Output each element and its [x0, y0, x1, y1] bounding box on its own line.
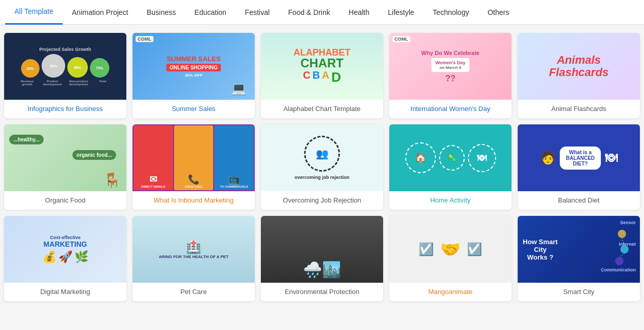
template-grid: Projected Sales Growth 25% 50% 68% 75% R…	[0, 25, 644, 309]
card-label-inbound: What Is Inbound Marketing	[132, 191, 255, 210]
card-label-env: Environmental Protection	[261, 283, 383, 301]
card-label-marketing: Digital Marketing	[4, 283, 126, 301]
card-diet[interactable]: 🧑 What is aBALANCED DIET? 🍽 Balanced Die…	[518, 124, 640, 210]
card-label-womensday: International Women's Day	[389, 100, 512, 118]
coml-badge: COML	[136, 36, 154, 42]
card-smart[interactable]: How SmartCityWorks ? Sensor Internet Com…	[518, 216, 640, 301]
nav-animation-project[interactable]: Animation Project	[63, 0, 138, 25]
card-summer-sales[interactable]: COML SUMMER SALES ONLINE SHOPPING 30% OF…	[132, 33, 255, 118]
card-infographic[interactable]: Projected Sales Growth 25% 50% 68% 75% R…	[4, 33, 126, 118]
card-organic[interactable]: ...healthy... organic food... 🪑 Organic …	[4, 124, 126, 210]
card-mango[interactable]: ☑️ 🤝 ☑️ Mangoanimate	[389, 216, 512, 301]
card-label-rejection: Overcoming Job Rejection	[261, 191, 383, 210]
nav-health[interactable]: Health	[339, 0, 378, 25]
nav-others[interactable]: Others	[478, 0, 518, 25]
svg-point-2	[615, 257, 623, 265]
card-label-home: Home Activity	[389, 191, 512, 210]
svg-line-4	[619, 253, 624, 257]
card-home[interactable]: 🏠 🦠 🍽 Home Activity	[389, 124, 512, 210]
nav-festival[interactable]: Festival	[236, 0, 279, 25]
nav-lifestyle[interactable]: Lifestyle	[378, 0, 423, 25]
nav-business[interactable]: Business	[138, 0, 185, 25]
card-rejection[interactable]: 👥 overcoming job rejection Overcoming Jo…	[261, 124, 383, 210]
nav-all-template[interactable]: All Template	[5, 0, 63, 25]
card-animals[interactable]: AnimalsFlashcards Animal Flashcards	[518, 33, 640, 118]
card-womensday[interactable]: COML Why Do We Celebrate Women's Day on …	[389, 33, 512, 118]
card-label-summer: Summer Sales	[132, 100, 255, 118]
card-label-infographic: Infographics for Business	[4, 100, 126, 118]
svg-point-1	[620, 245, 629, 253]
card-petcare[interactable]: 🏥 ARING FOR THE HEALTH OF A PET Pet Care	[132, 216, 255, 301]
card-env[interactable]: 🌧️🏙️ Environmental Protection	[261, 216, 383, 301]
svg-point-0	[618, 230, 626, 238]
card-label-organic: Organic Food	[4, 191, 126, 210]
card-marketing[interactable]: Cost-effective MARKETING 💰🚀🌿 Digital Mar…	[4, 216, 126, 301]
card-label-smart: Smart City	[518, 283, 640, 301]
nav-technology[interactable]: Technology	[424, 0, 479, 25]
card-label-diet: Balanced Diet	[518, 191, 640, 210]
coml-badge-2: COML	[392, 36, 410, 42]
card-label-alphabet: Alaphabet Chart Template	[261, 100, 383, 118]
nav-food-drink[interactable]: Food & Drink	[279, 0, 339, 25]
nav-education[interactable]: Education	[185, 0, 236, 25]
svg-line-3	[622, 238, 624, 245]
card-inbound[interactable]: ✉ DIRECT EMAILS 📞 COLD CALL 📺 TV COMMERC…	[132, 124, 255, 210]
card-label-animals: Animal Flashcards	[518, 100, 640, 118]
nav-bar: All Template Animation Project Business …	[0, 0, 644, 25]
card-alphabet[interactable]: ALAPHABET CHART C B A D Alaphabet Chart …	[261, 33, 383, 118]
card-label-mango: Mangoanimate	[389, 283, 512, 301]
card-label-petcare: Pet Care	[132, 283, 255, 301]
